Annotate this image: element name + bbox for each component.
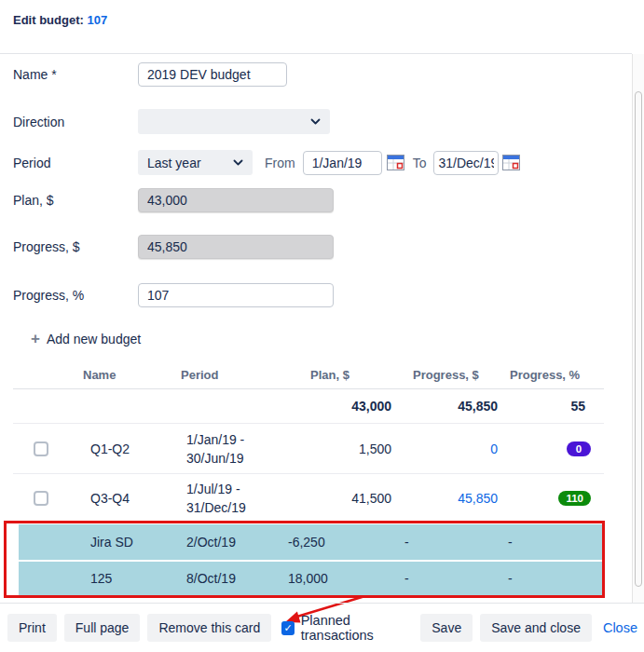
row-progress-amount-link[interactable]: 45,850 [404, 491, 508, 506]
transaction-progress-percent: - [508, 571, 604, 586]
from-label: From [265, 156, 295, 170]
planned-transactions-checkbox[interactable]: ✓ [281, 621, 294, 635]
transaction-row[interactable]: Jira SD 2/Oct/19 -6,250 - - [19, 524, 604, 560]
footer-actions: Save Save and close Close [420, 614, 637, 642]
form-row-name: Name * [13, 62, 287, 87]
close-link[interactable]: Close [603, 620, 637, 635]
scrollbar-thumb[interactable] [635, 91, 642, 587]
planned-transactions-label: Planned transactions [301, 613, 414, 643]
plus-icon: + [31, 333, 40, 346]
totals-plan: 43,000 [288, 399, 404, 414]
col-header-plan: Plan, $ [288, 368, 404, 382]
col-header-progress-percent: Progress, % [508, 368, 604, 382]
name-input[interactable] [138, 62, 287, 87]
row-period: 1/Jan/19 - 30/Jun/19 [167, 430, 288, 468]
period-select[interactable]: Last year [138, 150, 253, 175]
progress-amount-input [138, 235, 334, 259]
row-period: 1/Jul/19 - 31/Dec/19 [167, 480, 288, 517]
planned-transactions-toggle: ✓ Planned transactions [281, 613, 413, 643]
form-row-progress-percent: Progress, % [13, 283, 334, 307]
calendar-icon[interactable] [387, 155, 404, 170]
table-header-row: Name Period Plan, $ Progress, $ Progress… [13, 361, 604, 389]
col-header-name: Name [69, 368, 167, 382]
table-row: Q3-Q4 1/Jul/19 - 31/Dec/19 41,500 45,850… [13, 474, 604, 523]
print-button[interactable]: Print [7, 614, 57, 642]
to-date-input[interactable] [433, 151, 499, 175]
transaction-plan: -6,250 [288, 535, 404, 550]
form-row-progress-amount: Progress, $ [13, 235, 334, 259]
row-checkbox[interactable] [34, 491, 48, 506]
remove-card-button[interactable]: Remove this card [147, 614, 271, 642]
row-period-line2: 30/Jun/19 [186, 449, 288, 468]
direction-label: Direction [13, 115, 138, 129]
row-name: Q1-Q2 [69, 441, 167, 456]
row-checkbox[interactable] [34, 441, 48, 456]
progress-percent-badge: 110 [558, 491, 591, 506]
dialog-title-text: Edit budget: [13, 13, 84, 27]
form-row-direction: Direction [13, 109, 330, 134]
period-select-value: Last year [147, 156, 201, 170]
footer-toolbar: Print Full page Remove this card ✓ Plann… [0, 604, 644, 652]
totals-progress-percent: 55 [508, 399, 604, 414]
plan-label: Plan, $ [13, 193, 138, 208]
add-new-budget-button[interactable]: + Add new budget [31, 332, 141, 346]
row-period-line1: 1/Jul/19 - [186, 480, 288, 498]
progress-percent-badge: 0 [567, 441, 591, 456]
transaction-progress-percent: - [508, 535, 604, 550]
form-row-period: Period Last year From To [13, 150, 520, 175]
from-date-input[interactable] [303, 151, 382, 175]
transaction-progress-amount: - [404, 535, 508, 550]
totals-progress-amount: 45,850 [404, 399, 508, 414]
save-and-close-button[interactable]: Save and close [480, 614, 592, 642]
dialog-title: Edit budget: 107 [13, 13, 107, 27]
save-button[interactable]: Save [420, 614, 473, 642]
transaction-name: Jira SD [69, 535, 167, 550]
progress-percent-input[interactable] [138, 283, 334, 307]
progress-percent-label: Progress, % [13, 288, 138, 303]
period-label: Period [13, 156, 138, 170]
to-label: To [413, 156, 427, 170]
chevron-down-icon [233, 159, 243, 166]
row-period-line1: 1/Jan/19 - [186, 430, 288, 449]
progress-amount-label: Progress, $ [13, 239, 138, 254]
calendar-icon[interactable] [502, 155, 520, 170]
header-divider [0, 53, 632, 54]
budgets-table: Name Period Plan, $ Progress, $ Progress… [13, 361, 604, 523]
plan-input [138, 188, 334, 212]
row-name: Q3-Q4 [69, 491, 167, 506]
transaction-period: 8/Oct/19 [167, 569, 288, 588]
scrollbar-track[interactable] [632, 54, 644, 603]
transaction-progress-amount: - [404, 571, 508, 586]
transaction-row[interactable]: 125 8/Oct/19 18,000 - - [19, 562, 604, 595]
row-progress-amount-link[interactable]: 0 [404, 441, 508, 456]
dialog-title-value-link[interactable]: 107 [87, 13, 107, 27]
totals-row: 43,000 45,850 55 [13, 389, 604, 424]
add-new-budget-label: Add new budget [47, 332, 141, 346]
form-row-plan: Plan, $ [13, 188, 334, 212]
transaction-plan: 18,000 [288, 571, 404, 586]
transaction-period: 2/Oct/19 [167, 533, 288, 551]
transaction-name: 125 [69, 571, 167, 586]
table-row: Q1-Q2 1/Jan/19 - 30/Jun/19 1,500 0 0 [13, 424, 604, 474]
full-page-button[interactable]: Full page [64, 614, 141, 642]
direction-select[interactable] [138, 109, 330, 134]
row-plan: 41,500 [288, 491, 404, 506]
col-header-progress-amount: Progress, $ [404, 368, 508, 382]
chevron-down-icon [310, 118, 321, 125]
row-period-line2: 31/Dec/19 [186, 498, 288, 517]
col-header-period: Period [167, 368, 288, 382]
row-plan: 1,500 [288, 441, 404, 456]
name-label: Name * [13, 67, 138, 82]
